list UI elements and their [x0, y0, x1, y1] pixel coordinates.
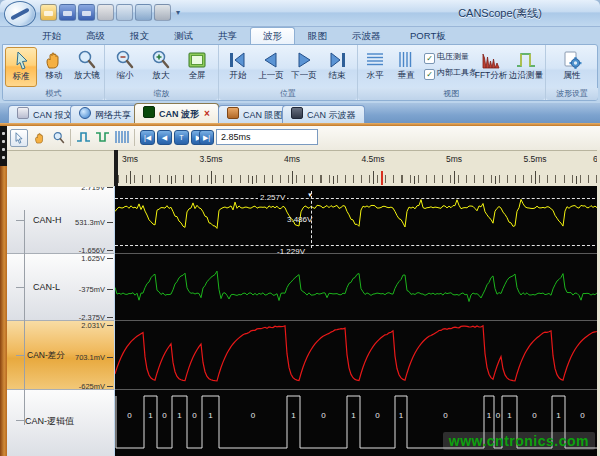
channel-name-can-l[interactable]: CAN-L: [33, 282, 60, 292]
ruler-time-cursor[interactable]: [381, 171, 383, 185]
magnifier-icon: [52, 131, 66, 145]
upper-voltage-label: 2.257V: [258, 193, 287, 202]
waveform-toolbar: |◀ ◀ T ▶ ▶|: [0, 126, 600, 151]
panel-grip[interactable]: [0, 126, 7, 166]
ribbon-tab-scope[interactable]: 示波器: [340, 27, 393, 44]
close-tab-icon[interactable]: ×: [204, 108, 210, 119]
ruler-major-tick: [292, 171, 293, 184]
next-page-button[interactable]: 下一页: [288, 47, 320, 87]
logic-bit-label: 0: [532, 411, 536, 420]
logic-bit-label: 1: [556, 411, 560, 420]
move-mode-button[interactable]: 移动: [38, 47, 70, 87]
app-logo-icon[interactable]: [4, 1, 36, 27]
lower-voltage-cursor-line[interactable]: [115, 245, 600, 246]
go-first-button[interactable]: 开始: [222, 47, 254, 87]
ruler-major-tick: [171, 176, 172, 184]
next-page-icon: [293, 49, 315, 71]
ruler-major-tick: [454, 171, 455, 184]
cursor-marker-icon: ▼: [307, 192, 313, 198]
doc-tab-can-eye[interactable]: CAN 眼图: [218, 105, 292, 124]
group-caption-wave-settings: 波形设置: [546, 88, 598, 100]
doc-tab-can-scope[interactable]: CAN 示波器: [282, 105, 365, 124]
oscilloscope-doc-icon: [291, 107, 303, 119]
scale-value: 1.625V: [81, 254, 105, 263]
ruler-major-tick: [130, 171, 131, 184]
ribbon-tab-test[interactable]: 测试: [162, 27, 205, 44]
ribbon-tab-advanced[interactable]: 高级: [74, 27, 117, 44]
nav-time-button[interactable]: T: [174, 130, 189, 145]
qat-more-icon[interactable]: ▾: [176, 8, 180, 17]
logic-bit-label: 0: [443, 411, 447, 420]
vertical-button[interactable]: 垂直: [391, 47, 421, 87]
doc-tab-can-waveform[interactable]: CAN 波形×: [134, 103, 219, 124]
time-position-input[interactable]: [216, 129, 318, 145]
falling-edge-button[interactable]: [95, 129, 113, 147]
globe-icon: [79, 107, 91, 119]
comb-view-button[interactable]: [114, 129, 132, 147]
window-icon[interactable]: [135, 4, 152, 21]
snapshot-icon[interactable]: [154, 4, 171, 21]
rising-edge-icon: [76, 129, 92, 145]
go-last-button[interactable]: 结束: [321, 47, 353, 87]
open-file-icon[interactable]: [40, 4, 57, 21]
pin-icon[interactable]: [97, 4, 114, 21]
scale-value: -375mV: [79, 285, 105, 294]
magnifier-mode-button[interactable]: 放大镜: [71, 47, 103, 87]
eye-diagram-doc-icon: [227, 107, 239, 119]
nav-first-button[interactable]: |◀: [140, 130, 155, 145]
waveform-display-area[interactable]: 0101010101010101010 2.257V 3.486V -1.229…: [115, 186, 600, 456]
layout-grid-icon[interactable]: [116, 4, 133, 21]
nav-prev-button[interactable]: ◀: [157, 130, 172, 145]
inner-toolbar-checkbox[interactable]: ✓内部工具条: [424, 67, 477, 78]
fft-analysis-button[interactable]: FFT分析: [474, 47, 508, 87]
save-icon[interactable]: [59, 4, 76, 21]
fft-spectrum-icon: [480, 49, 502, 71]
upper-voltage-cursor-line[interactable]: [115, 198, 600, 199]
rising-edge-button[interactable]: [76, 129, 94, 147]
time-ruler[interactable]: 3ms 3.5ms 4ms 4.5ms 5ms 5.5ms 6m: [118, 150, 600, 186]
prev-page-button[interactable]: 上一页: [255, 47, 287, 87]
channel-name-can-h[interactable]: CAN-H: [33, 215, 62, 225]
standard-mode-button[interactable]: 标准: [5, 47, 37, 87]
group-caption-position: 位置: [219, 88, 357, 100]
ribbon-tab-port[interactable]: PORT板: [398, 27, 458, 44]
panel-divider: [115, 320, 600, 321]
group-caption-view: 视图: [358, 88, 545, 100]
pan-tool-button[interactable]: [31, 129, 49, 147]
ribbon-tab-message[interactable]: 报文: [118, 27, 161, 44]
channel-sidebar: CAN-H CAN-L CAN-差分 CAN-逻辑值 2.719V 531.3m…: [7, 150, 114, 456]
hand-icon: [43, 49, 65, 71]
horizontal-button[interactable]: 水平: [360, 47, 390, 87]
save-as-icon[interactable]: [78, 4, 95, 21]
logic-bit-label: 0: [162, 411, 166, 420]
voltage-measure-checkbox[interactable]: ✓电压测量: [424, 51, 469, 62]
ribbon-tab-waveform[interactable]: 波形: [250, 27, 295, 45]
fullscreen-button[interactable]: 全屏: [181, 47, 213, 87]
ribbon-tab-start[interactable]: 开始: [30, 27, 73, 44]
ruler-label: 5.5ms: [523, 154, 546, 164]
logic-bit-label: 0: [321, 411, 325, 420]
scale-value: -625mV: [79, 382, 105, 391]
select-tool-button[interactable]: [10, 129, 28, 147]
watermark: www.cntronics.com: [443, 432, 595, 450]
nav-last-button[interactable]: ▶|: [199, 130, 214, 145]
properties-button[interactable]: 属性: [555, 47, 589, 87]
channel-name-can-logic[interactable]: CAN-逻辑值: [25, 415, 74, 428]
window-title: CANScope(离线): [410, 6, 590, 21]
channel-name-can-diff[interactable]: CAN-差分: [27, 350, 65, 362]
can-l-waveform: [115, 253, 600, 320]
channel-tree-line: [24, 210, 25, 425]
ribbon-group-view: 水平 垂直 ✓电压测量 ✓内部工具条 FFT分析 边沿测量 视图: [358, 45, 546, 100]
edge-measure-button[interactable]: 边沿测量: [508, 47, 544, 87]
hand-icon: [33, 131, 47, 145]
zoom-in-icon: [150, 49, 172, 71]
zoom-out-button[interactable]: 缩小: [109, 47, 141, 87]
zoom-in-button[interactable]: 放大: [145, 47, 177, 87]
document-tab-bar: CAN 报文 网络共享 CAN 波形× CAN 眼图 CAN 示波器: [0, 103, 600, 123]
ribbon-tab-share[interactable]: 共享: [206, 27, 249, 44]
zoom-tool-button[interactable]: [50, 129, 68, 147]
ribbon-tab-eye[interactable]: 眼图: [296, 27, 339, 44]
fullscreen-icon: [186, 49, 208, 71]
doc-tab-network-share[interactable]: 网络共享: [70, 105, 140, 124]
title-bar: ▾ CANScope(离线): [0, 0, 600, 27]
